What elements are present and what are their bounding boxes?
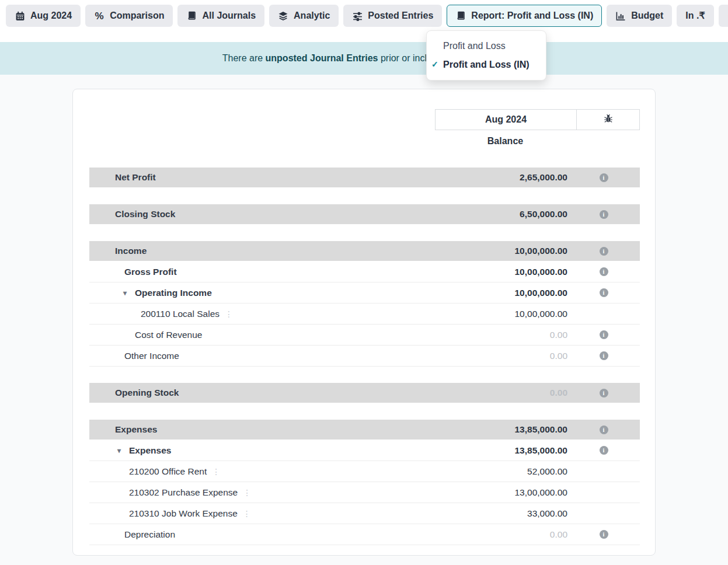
percent-icon: % [94,11,105,21]
report-card: Aug 2024 [72,89,656,556]
report-row-income[interactable]: Income10,00,000.00i [89,241,640,261]
report-row-210200-office-rent[interactable]: 210200 Office Rent⋮52,000.00 [89,461,640,482]
book-icon [455,11,466,21]
row-balance-value: 13,85,000.00 [474,424,567,435]
debug-button[interactable] [576,109,640,130]
info-icon[interactable]: i [600,446,608,455]
filter-comparison-label: Comparison [110,11,164,20]
report-row-expenses[interactable]: Expenses13,85,000.00i [89,420,640,440]
kebab-menu-icon[interactable]: ⋮ [243,510,251,518]
info-icon[interactable]: i [600,173,608,182]
column-header-period: Aug 2024 [435,109,577,130]
row-spacer [89,403,640,420]
row-label: Operating Income [135,288,212,298]
filter-budget-label: Budget [631,11,663,20]
report-dropdown-menu: Profit and Loss✓Profit and Loss (IN) [426,30,546,81]
info-icon[interactable]: i [600,351,608,360]
report-row-operating-income[interactable]: ▾Operating Income10,00,000.00i [89,282,640,304]
filter-posted-button[interactable]: Posted Entries [343,5,442,27]
filter-comparison-button[interactable]: %Comparison [85,5,173,27]
row-balance-value: 0.00 [474,330,567,340]
dropdown-item-profit-and-loss-in[interactable]: ✓Profit and Loss (IN) [427,55,546,74]
row-balance-value: 6,50,000.00 [474,209,567,219]
row-label: 200110 Local Sales [141,309,220,319]
row-balance-value: 33,000.00 [474,508,567,519]
layers-icon [278,11,288,21]
sliders-icon [352,11,363,21]
filter-journals-label: All Journals [202,11,256,20]
filter-report-label: Report: Profit and Loss (IN) [471,11,593,20]
report-row-net-profit[interactable]: Net Profit2,65,000.00i [89,168,640,187]
kebab-menu-icon[interactable]: ⋮ [212,468,220,476]
row-balance-value: 2,65,000.00 [474,172,567,183]
dropdown-item-label: Profit and Loss (IN) [443,60,530,69]
row-label: Cost of Revenue [135,330,202,340]
filter-journals-button[interactable]: All Journals [177,5,264,27]
row-balance-value: 0.00 [474,529,567,540]
filter-currency-button[interactable]: In .₹ [677,5,713,27]
unposted-entries-banner: There are unposted Journal Entries prior… [0,42,728,75]
row-label: Closing Stock [115,209,175,219]
balance-subheader: Balance [434,136,576,147]
check-icon: ✓ [431,60,438,69]
row-label: Expenses [115,424,157,435]
report-table: Aug 2024 [89,109,640,545]
filter-posted-label: Posted Entries [368,11,433,20]
row-label: Expenses [129,445,171,456]
row-balance-value: 13,00,000.00 [474,487,567,498]
row-balance-value: 0.00 [474,351,567,361]
row-label: 210302 Purchase Expense [129,487,238,498]
report-row-other-income[interactable]: Other Income0.00i [89,346,640,367]
kebab-menu-icon[interactable]: ⋮ [243,489,251,497]
filter-period-label: Aug 2024 [30,11,72,20]
dropdown-item-profit-and-loss[interactable]: Profit and Loss [427,37,546,55]
row-balance-value: 13,85,000.00 [474,445,567,456]
filter-analytic-button[interactable]: Analytic [269,5,339,27]
info-icon[interactable]: i [600,210,608,219]
row-label: 210310 Job Work Expense [129,508,238,519]
bug-icon [604,114,613,125]
row-balance-value: 10,00,000.00 [474,246,567,256]
row-label: Other Income [124,351,179,361]
row-balance-value: 10,00,000.00 [474,309,567,319]
report-row-depreciation[interactable]: Depreciation0.00i [89,524,640,545]
info-icon[interactable]: i [600,288,608,297]
bar-chart-icon [615,11,626,21]
report-row-cost-of-revenue[interactable]: Cost of Revenue0.00i [89,325,640,346]
filter-period-button[interactable]: Aug 2024 [6,5,81,27]
filter-settings-button[interactable]: ⚙⚙ [719,5,728,27]
report-row-expenses[interactable]: ▾Expenses13,85,000.00i [89,440,640,461]
filter-analytic-label: Analytic [294,11,330,20]
report-row-210310-job-work-expense[interactable]: 210310 Job Work Expense⋮33,000.00 [89,503,640,524]
report-row-opening-stock[interactable]: Opening Stock0.00i [89,383,640,403]
report-row-gross-profit[interactable]: Gross Profit10,00,000.00i [89,261,640,282]
kebab-menu-icon[interactable]: ⋮ [225,310,233,318]
info-icon[interactable]: i [600,330,608,339]
row-label: Net Profit [115,172,156,183]
row-balance-value: 10,00,000.00 [474,288,567,298]
caret-down-icon[interactable]: ▾ [123,289,135,297]
row-spacer [89,225,640,241]
filter-report-button[interactable]: Report: Profit and Loss (IN) [447,5,602,27]
row-balance-value: 52,000.00 [474,466,567,477]
row-balance-value: 10,00,000.00 [474,267,567,277]
row-label: Gross Profit [124,267,177,277]
filter-currency-label: In .₹ [685,11,705,20]
row-balance-value: 0.00 [474,388,567,398]
report-row-closing-stock[interactable]: Closing Stock6,50,000.00i [89,204,640,224]
info-icon[interactable]: i [600,247,608,256]
info-icon[interactable]: i [600,530,608,539]
filter-budget-button[interactable]: Budget [607,5,672,27]
report-row-210302-purchase-expense[interactable]: 210302 Purchase Expense⋮13,00,000.00 [89,482,640,503]
info-icon[interactable]: i [600,426,608,434]
calendar-icon [15,11,25,21]
row-label: 210200 Office Rent [129,466,207,477]
book-icon [186,11,197,21]
row-spacer [89,367,640,383]
info-icon[interactable]: i [600,389,608,397]
row-label: Income [115,246,147,256]
report-row-200110-local-sales[interactable]: 200110 Local Sales⋮10,00,000.00 [89,304,640,325]
caret-down-icon[interactable]: ▾ [117,447,129,455]
info-icon[interactable]: i [600,267,608,276]
dropdown-item-label: Profit and Loss [443,41,506,51]
